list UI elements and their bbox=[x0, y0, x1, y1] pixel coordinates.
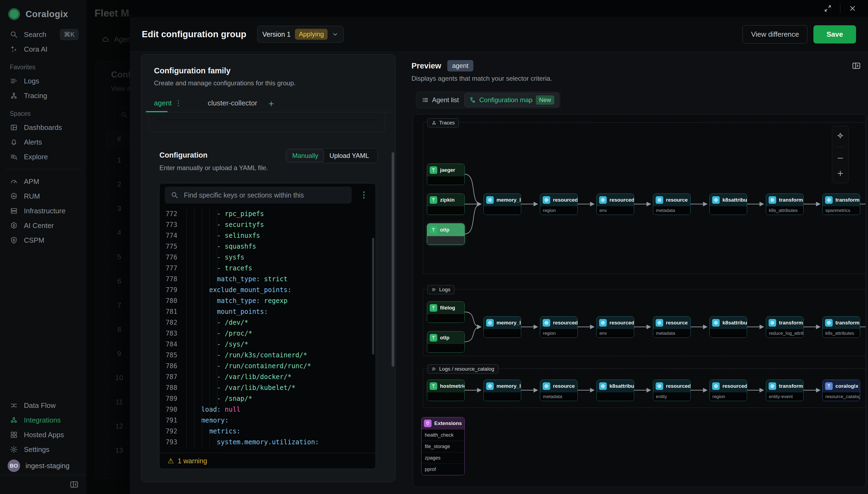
map-node-filelog[interactable]: filelog bbox=[427, 301, 465, 323]
map-node-resourcedetec[interactable]: resourcedetec...env bbox=[596, 316, 634, 338]
map-node-jaeger[interactable]: jaeger bbox=[427, 164, 465, 185]
view-difference-button[interactable]: View difference bbox=[743, 25, 807, 43]
map-node-resource[interactable]: resourcemetadata bbox=[653, 316, 691, 338]
code-line[interactable]: 778 match_type: strict bbox=[159, 273, 376, 285]
code-line[interactable]: 777 - tracefs bbox=[159, 263, 376, 273]
sidebar-item-logs[interactable]: Logs bbox=[0, 74, 86, 88]
extension-item-health_check[interactable]: health_check bbox=[421, 429, 465, 441]
map-node-transform[interactable]: transformk8s_attributes bbox=[822, 316, 860, 338]
table-row[interactable]: 8 bbox=[106, 317, 130, 342]
extension-item-pprof[interactable]: pprof bbox=[421, 463, 465, 475]
map-node-resourcedetec[interactable]: resourcedetec...region bbox=[540, 193, 578, 215]
code-line[interactable]: 792 metrics: bbox=[159, 426, 376, 437]
table-row[interactable]: 11 bbox=[106, 390, 130, 414]
map-node-transform[interactable]: transformspanmetrics bbox=[822, 193, 860, 215]
expand-modal-icon[interactable] bbox=[824, 4, 832, 13]
editor-scrollbar[interactable] bbox=[372, 238, 374, 355]
sidebar-item-cora-ai[interactable]: Cora AI bbox=[0, 42, 86, 57]
code-line[interactable]: 773 - securityfs bbox=[159, 219, 376, 230]
sidebar-item-apm[interactable]: APM bbox=[0, 174, 86, 189]
extension-item-zpages[interactable]: zpages bbox=[421, 452, 465, 463]
code-line[interactable]: 772 - rpc_pipefs bbox=[159, 208, 376, 219]
configurations-search-input[interactable]: Search bbox=[114, 107, 130, 123]
map-node-otlp[interactable]: otlp bbox=[427, 331, 465, 353]
map-node-resourcedetec[interactable]: resourcedetec...entity bbox=[653, 380, 691, 401]
table-row[interactable]: 12 bbox=[106, 414, 130, 438]
table-row[interactable]: 4 bbox=[106, 221, 130, 245]
open-panel-icon[interactable] bbox=[852, 61, 861, 70]
tab-menu-icon[interactable]: ⋮ bbox=[175, 99, 182, 107]
code-line[interactable]: 783 - /proc/* bbox=[159, 328, 376, 339]
table-row[interactable]: 13 bbox=[106, 438, 130, 462]
configuration-map-canvas[interactable]: Tracesjaegerzipkinotlpmemory_limiterreso… bbox=[413, 114, 866, 487]
sidebar-item-tracing[interactable]: Tracing bbox=[0, 88, 86, 103]
sidebar-item-settings[interactable]: Settings bbox=[0, 442, 86, 457]
map-node-coralogix[interactable]: coralogixresource_catalog bbox=[822, 380, 860, 401]
map-node-hostmetrics[interactable]: hostmetrics bbox=[427, 380, 465, 401]
tab-cluster-collector[interactable]: cluster-collector bbox=[208, 99, 257, 107]
sidebar-item-alerts[interactable]: Alerts bbox=[0, 135, 86, 149]
coralogix-logo[interactable]: Coralogix bbox=[0, 0, 86, 27]
sidebar-item-cspm[interactable]: CSPM bbox=[0, 233, 86, 248]
map-node-k8sattributes[interactable]: k8sattributes bbox=[596, 380, 634, 401]
map-node-k8sattributes[interactable]: k8sattributes bbox=[709, 193, 747, 215]
mode-upload-yaml[interactable]: Upload YAML bbox=[324, 150, 375, 162]
toggle-agent-list[interactable]: Agent list bbox=[417, 94, 463, 106]
extensions-card[interactable]: Extensionshealth_checkfile_storagezpages… bbox=[421, 417, 465, 475]
zoom-out-icon[interactable] bbox=[836, 154, 844, 162]
toggle-configuration-map[interactable]: Configuration map New bbox=[465, 93, 559, 107]
editor-search[interactable] bbox=[165, 187, 352, 204]
map-node-resourcedetec[interactable]: resourcedetec...env bbox=[596, 193, 634, 215]
map-node-zipkin[interactable]: zipkin bbox=[427, 193, 465, 215]
map-node-memory_limiter[interactable]: memory_limiter bbox=[484, 380, 521, 401]
code-line[interactable]: 776 - sysfs bbox=[159, 252, 376, 263]
map-node-otlp[interactable]: otlp bbox=[427, 223, 465, 245]
code-line[interactable]: 780 match_type: regexp bbox=[159, 296, 376, 306]
code-line[interactable]: 775 - squashfs bbox=[159, 241, 376, 252]
map-node-transform[interactable]: transformk8s_attributes bbox=[766, 193, 804, 215]
sidebar-item-explore[interactable]: Explore bbox=[0, 149, 86, 164]
table-row[interactable]: 6 bbox=[106, 269, 130, 293]
sidebar-item-dashboards[interactable]: Dashboards bbox=[0, 120, 86, 135]
code-line[interactable]: 779 exclude_mount_points: bbox=[159, 285, 376, 296]
map-node-resource[interactable]: resourcemetadata bbox=[540, 380, 578, 401]
sidebar-item-ai-center[interactable]: AI Center bbox=[0, 218, 86, 233]
sidebar-item-rum[interactable]: RUM bbox=[0, 189, 86, 204]
collapse-sidebar-icon[interactable] bbox=[70, 480, 79, 489]
sidebar-item-data-flow[interactable]: Data Flow bbox=[0, 398, 86, 413]
code-line[interactable]: 788 - /var/lib/kubelet/* bbox=[159, 382, 376, 393]
code-line[interactable]: 781 mount_points: bbox=[159, 306, 376, 317]
close-icon[interactable] bbox=[848, 4, 856, 13]
code-area[interactable]: 772 - rpc_pipefs773 - securityfs774 - se… bbox=[159, 208, 376, 449]
editor-menu-icon[interactable]: ⋮ bbox=[360, 190, 368, 200]
code-line[interactable]: 785 - /run/k3s/containerd/* bbox=[159, 350, 376, 361]
extension-item-file_storage[interactable]: file_storage bbox=[421, 441, 465, 452]
sidebar-item-infrastructure[interactable]: Infrastructure bbox=[0, 204, 86, 218]
save-button[interactable]: Save bbox=[813, 25, 856, 43]
map-node-transform[interactable]: transformentity-event bbox=[766, 380, 804, 401]
zoom-in-icon[interactable] bbox=[836, 169, 844, 177]
table-row[interactable]: 1 bbox=[106, 148, 130, 172]
code-line[interactable]: 786 - /run/containerd/runc/* bbox=[159, 361, 376, 372]
editor-warning-bar[interactable]: ⚠ 1 warning bbox=[159, 453, 376, 469]
mode-manually[interactable]: Manually bbox=[287, 149, 324, 162]
code-line[interactable]: 784 - /sys/* bbox=[159, 339, 376, 350]
code-line[interactable]: 774 - selinuxfs bbox=[159, 230, 376, 241]
editor-search-input[interactable] bbox=[183, 191, 347, 200]
code-line[interactable]: 787 - /var/lib/docker/* bbox=[159, 372, 376, 382]
sidebar-item-search[interactable]: Search ⌘K bbox=[0, 27, 86, 42]
version-dropdown[interactable]: Version 1 Applying bbox=[257, 26, 343, 43]
map-node-memory_limiter[interactable]: memory_limiter bbox=[484, 316, 521, 338]
sidebar-item-hosted-apps[interactable]: Hosted Apps bbox=[0, 428, 86, 442]
table-row[interactable]: 7 bbox=[106, 293, 130, 317]
table-row[interactable]: 3 bbox=[106, 196, 130, 221]
code-line[interactable]: 790 load: null bbox=[159, 404, 376, 415]
map-node-resourcedetec[interactable]: resourcedetec...region bbox=[709, 380, 747, 401]
table-row[interactable]: 10 bbox=[106, 366, 130, 390]
table-row[interactable]: 2 bbox=[106, 172, 130, 196]
map-node-memory_limiter[interactable]: memory_limiter bbox=[484, 193, 521, 215]
map-node-transform[interactable]: transformreduce_log_attribut... bbox=[766, 316, 804, 338]
table-row[interactable]: 9 bbox=[106, 342, 130, 366]
tab-agents[interactable]: Agents bbox=[102, 35, 130, 44]
map-node-k8sattributes[interactable]: k8sattributes bbox=[709, 316, 747, 338]
